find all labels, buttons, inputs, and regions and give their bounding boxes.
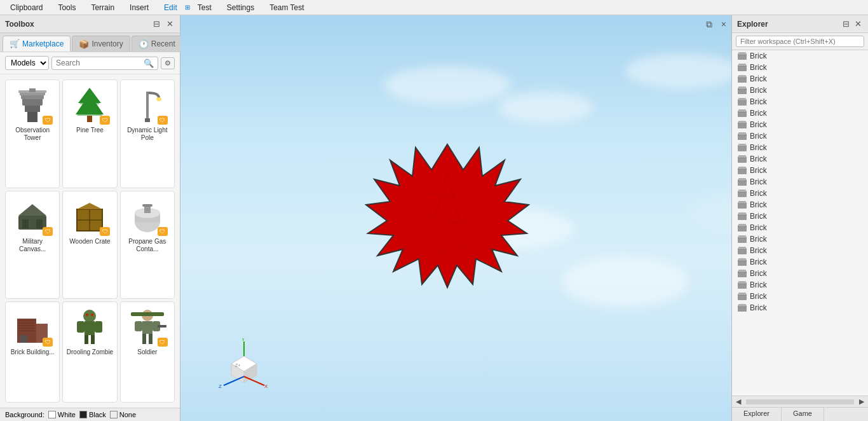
explorer-item[interactable]: Brick — [732, 85, 868, 96]
explorer-item[interactable]: Brick — [732, 165, 868, 176]
menu-clipboard[interactable]: Clipboard — [3, 2, 50, 13]
explorer-item[interactable]: Brick — [732, 96, 868, 107]
grid-item-wooden-crate[interactable]: 🛡 Wooden Crate — [62, 191, 117, 300]
svg-rect-44 — [142, 321, 153, 334]
explorer-item-label: Brick — [750, 177, 767, 186]
grid-item-soldier[interactable]: 🛡 Soldier — [120, 301, 175, 403]
svg-rect-135 — [738, 307, 747, 307]
search-box: 🔍 — [51, 57, 158, 70]
grid-item-brick-building[interactable]: 🛡 Brick Building... — [5, 301, 60, 403]
brick-icon — [737, 303, 747, 312]
models-dropdown[interactable]: Models — [5, 56, 49, 70]
brick-icon — [737, 86, 747, 95]
svg-rect-71 — [738, 64, 746, 66]
filter-button[interactable]: ⚙ — [161, 57, 175, 69]
brick-icon — [737, 143, 747, 152]
tab-inventory[interactable]: 📦 Inventory — [72, 36, 130, 52]
bg-none-option[interactable]: None — [110, 411, 136, 418]
explorer-item[interactable]: Brick — [732, 291, 868, 302]
brick-icon — [737, 155, 747, 163]
svg-rect-15 — [36, 219, 43, 228]
menu-teamtest[interactable]: Team Test — [262, 2, 311, 13]
explorer-item[interactable]: Brick — [732, 176, 868, 188]
menu-settings[interactable]: Settings — [219, 2, 262, 13]
svg-rect-7 — [87, 116, 92, 122]
svg-rect-68 — [738, 52, 746, 55]
viewport[interactable]: ⧉ × Z+ — [180, 15, 731, 421]
bottom-tab-explorer[interactable]: Explorer — [732, 408, 782, 421]
grid-item-light-pole[interactable]: 🛡 Dynamic Light Pole — [120, 79, 175, 188]
explorer-minimize-button[interactable]: ⊟ — [841, 19, 851, 29]
item-label-6: Brick Building... — [11, 349, 55, 356]
explorer-item[interactable]: Brick — [732, 222, 868, 233]
explorer-item[interactable]: Brick — [732, 233, 868, 245]
menu-terrain[interactable]: Terrain — [83, 2, 122, 13]
svg-text:Z+: Z+ — [235, 363, 240, 368]
explorer-nav-right[interactable]: ▶ — [855, 397, 868, 406]
item-img-wooden-crate: 🛡 — [69, 195, 110, 236]
explorer-item[interactable]: Brick — [732, 50, 868, 62]
explorer-item[interactable]: Brick — [732, 130, 868, 142]
explorer-item[interactable]: Brick — [732, 153, 868, 165]
grid-item-zombie[interactable]: Drooling Zombie — [62, 301, 117, 403]
item-img-zombie — [69, 306, 110, 347]
explorer-item[interactable]: Brick — [732, 62, 868, 73]
svg-rect-104 — [738, 190, 746, 192]
explorer-item[interactable]: Brick — [732, 279, 868, 291]
svg-rect-89 — [738, 132, 746, 135]
explorer-item[interactable]: Brick — [732, 302, 868, 314]
menu-tools[interactable]: Tools — [50, 2, 83, 13]
grid-item-military-canvas[interactable]: 🛡 Military Canvas... — [5, 191, 60, 300]
explorer-items-list: Brick Brick Brick Brick — [732, 50, 868, 396]
explorer-item[interactable]: Brick — [732, 268, 868, 279]
search-icon: 🔍 — [144, 59, 154, 68]
explorer-item[interactable]: Brick — [732, 119, 868, 130]
svg-rect-93 — [738, 146, 747, 147]
tab-marketplace-label: Marketplace — [22, 39, 64, 48]
explorer-item[interactable]: Brick — [732, 107, 868, 119]
svg-rect-108 — [738, 204, 747, 204]
explorer-item-label: Brick — [750, 63, 767, 72]
explorer-nav-left[interactable]: ◀ — [732, 397, 745, 406]
svg-rect-77 — [738, 86, 746, 89]
viewport-copy-button[interactable]: ⧉ — [706, 19, 712, 30]
item-label-4: Wooden Crate — [69, 238, 110, 245]
grid-item-pine-tree[interactable]: 🛡 Pine Tree — [62, 79, 117, 188]
svg-rect-6 — [29, 88, 36, 92]
menu-edit[interactable]: Edit — [156, 2, 185, 13]
bottom-tab-game[interactable]: Game — [782, 408, 824, 421]
search-input[interactable] — [56, 59, 144, 67]
menu-test[interactable]: Test — [190, 2, 219, 13]
grid-item-propane[interactable]: 🛡 Propane Gas Conta... — [120, 191, 175, 300]
svg-rect-78 — [738, 89, 747, 90]
explorer-close-button[interactable]: ✕ — [853, 19, 863, 29]
svg-rect-28 — [18, 322, 35, 324]
svg-rect-39 — [91, 335, 95, 344]
svg-rect-134 — [738, 304, 746, 307]
viewport-close-button[interactable]: × — [721, 19, 726, 29]
explosion-shape — [365, 141, 517, 281]
bg-black-option[interactable]: Black — [79, 411, 106, 418]
svg-rect-75 — [738, 78, 747, 78]
tab-recent[interactable]: 🕐 Recent — [132, 36, 182, 52]
explorer-item[interactable]: Brick — [732, 245, 868, 256]
bg-white-option[interactable]: White — [48, 411, 76, 418]
explorer-item[interactable]: Brick — [732, 188, 868, 199]
svg-rect-49 — [158, 325, 166, 328]
svg-rect-116 — [738, 235, 746, 238]
svg-rect-48 — [149, 334, 153, 344]
explorer-item[interactable]: Brick — [732, 256, 868, 268]
explorer-filter-input[interactable] — [736, 36, 864, 47]
tab-marketplace[interactable]: 🛒 Marketplace — [3, 36, 71, 52]
toolbox-minimize-button[interactable]: ⊟ — [152, 19, 161, 29]
menu-insert[interactable]: Insert — [122, 2, 156, 13]
item-img-military-canvas: 🛡 — [12, 195, 53, 236]
explorer-item[interactable]: Brick — [732, 210, 868, 222]
explorer-item[interactable]: Brick — [732, 142, 868, 153]
explorer-item[interactable]: Brick — [732, 73, 868, 85]
grid-item-observation-tower[interactable]: 🛡 Observation Tower — [5, 79, 60, 188]
svg-rect-87 — [738, 123, 747, 124]
explorer-item[interactable]: Brick — [732, 199, 868, 210]
toolbox-header: Toolbox ⊟ ✕ — [0, 15, 180, 33]
toolbox-close-button[interactable]: ✕ — [165, 19, 175, 29]
